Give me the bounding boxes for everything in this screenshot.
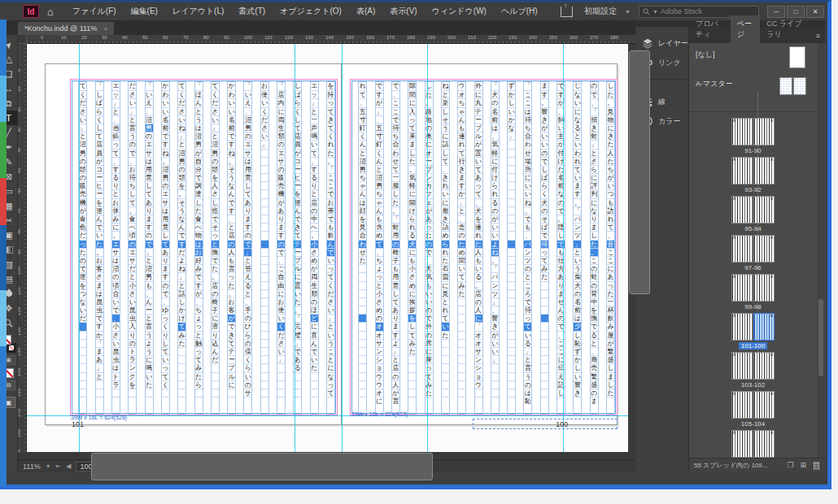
master-a-thumbnail-left[interactable]: [779, 77, 792, 95]
page-thumb-left[interactable]: A: [731, 196, 753, 224]
page100-line-8[interactable]: 「犬の名前は、気軽に付けられるのがいいよね。「パンツ」、響きがいい」: [491, 81, 500, 415]
page-thumb-left[interactable]: A: [731, 352, 753, 380]
tab-CC ライブラリ[interactable]: CC ライブラリ: [760, 15, 810, 43]
vertical-scrollbar[interactable]: [628, 44, 635, 452]
page-thumb-left[interactable]: A: [731, 391, 753, 419]
spread-thumbnails[interactable]: AA: [731, 430, 775, 458]
spread-thumbnails[interactable]: AA: [731, 235, 775, 263]
page-thumb-right[interactable]: A: [753, 274, 775, 302]
menu-2[interactable]: レイアウト(L): [165, 3, 231, 20]
page100-line-3[interactable]: じないになるといわれています。「パンツ」という柴犬の名前は少し恥ずかしい響き: [573, 81, 582, 415]
menu-4[interactable]: オブジェクト(O): [273, 3, 349, 20]
prev-page-button[interactable]: ◀: [66, 463, 71, 470]
page100-line-15[interactable]: ですが」、五寸釘くんと沼男ちゃんも含めて、ちょっと小さめのオオサンショウウオに: [375, 81, 384, 415]
pages-panel-scrollbar[interactable]: [818, 43, 824, 458]
page101-line-5[interactable]: お使いください」: [260, 81, 269, 415]
page-thumb-right[interactable]: A: [753, 157, 775, 185]
page101-line-10[interactable]: てくださいね」と沼男の頭を。そうなんですだよね」と話しかけてみた: [177, 81, 186, 415]
spread-thumbnails[interactable]: AA: [731, 157, 775, 185]
page-thumb-left[interactable]: A: [731, 118, 753, 146]
master-a-thumbnail-right[interactable]: [793, 77, 806, 95]
page100-line-6[interactable]: 「ここは待ち合わせ場所にいいね。でも、パンツのところで待っている」と言うのは恥: [523, 81, 532, 415]
menu-1[interactable]: 編集(E): [124, 3, 165, 20]
spread-label[interactable]: 101-100: [739, 342, 767, 350]
new-page-icon[interactable]: ⊞: [800, 461, 806, 470]
page100-line-13[interactable]: 隙間に入って来ました。気軽に開けられる犬にも小さめに挨拶をしてみた: [408, 81, 417, 415]
page100-line-16[interactable]: れて、五寸釘くんと沼男ちゃんは顔を見合わせた: [358, 81, 367, 415]
spread-thumbnails[interactable]: AA: [731, 313, 775, 341]
page101-line-7[interactable]: かわいい名前ですね。そうなんです、と店の人も言った。お客ができてテーブルに: [227, 81, 236, 415]
page100-line-1[interactable]: した。見物にきた人たちがいつも訪れて、昔ここにあった一杯飲み屋が繁盛しました: [606, 81, 615, 415]
page101-line-8[interactable]: てください」と沼男の頭を人さし指でそっと撫でた。店の椅子に潜り込んだ: [211, 81, 220, 415]
page-thumb-right[interactable]: A: [753, 391, 775, 419]
spread-93-92[interactable]: AA93-92: [689, 157, 817, 196]
menu-0[interactable]: ファイル(F): [65, 3, 124, 20]
ruler-guide-v-2[interactable]: [342, 44, 343, 452]
ruler-origin-box[interactable]: [18, 35, 27, 44]
page-100[interactable]: した。見物にきた人たちがいつも訪れて、昔ここにあった一杯飲み屋が繁盛しましたので…: [342, 63, 618, 425]
spread-95-94[interactable]: AA95-94: [689, 196, 817, 235]
page101-line-12[interactable]: 「いえ、沼男のエサは用意してありますので」と沼男も、んーと言うように鳴いた: [145, 81, 154, 415]
spread-107-106[interactable]: AA107-106: [689, 430, 817, 458]
page-101[interactable]: を持ってきてくれた。「ここでお茶でも飲んでいってください」ということになってエッ…: [45, 63, 342, 425]
zoom-caret-icon[interactable]: ▼: [46, 463, 51, 469]
spread-99-98[interactable]: AA99-98: [689, 274, 817, 313]
document-tab[interactable]: *Konchu.indd @ 111% ×: [18, 22, 114, 35]
zoom-level[interactable]: 111%: [23, 463, 41, 471]
delete-page-icon[interactable]: [813, 461, 820, 470]
page-thumb-left[interactable]: A: [731, 430, 753, 458]
spread-thumbnails[interactable]: AA: [731, 391, 775, 419]
page-thumb-left[interactable]: A: [731, 235, 753, 263]
page100-line-7[interactable]: ずかしいかな」: [507, 81, 516, 415]
master-none-thumbnail[interactable]: [789, 46, 805, 68]
menu-6[interactable]: 表示(V): [382, 3, 424, 20]
spread-91-90[interactable]: AA91-90: [689, 118, 817, 157]
spread-thumbnails[interactable]: AA: [731, 118, 775, 146]
text-frame-left[interactable]: を持ってきてくれた。「ここでお茶でも飲んでいってください」ということになってエッ…: [72, 80, 336, 414]
spread-97-96[interactable]: AA97-96: [689, 235, 817, 274]
page100-line-11[interactable]: ねと楽しそうに話して、きれいに敷き詰められた石畳に見とれていた: [441, 81, 450, 415]
panel-menu-icon[interactable]: ≡: [811, 28, 825, 43]
text-frame-right[interactable]: した。見物にきた人たちがいつも訪れて、昔ここにあった一杯飲み屋が繁盛しましたので…: [351, 80, 616, 414]
spread-thumbnails[interactable]: AA: [731, 274, 775, 302]
page-thumb-right[interactable]: A: [753, 352, 775, 380]
page-thumb-right[interactable]: A: [753, 430, 775, 458]
first-page-button[interactable]: ⇤: [56, 463, 62, 470]
spread-thumbnails[interactable]: AA: [731, 352, 775, 380]
page-thumb-left[interactable]: A: [731, 313, 753, 341]
page101-line-9[interactable]: 「ほんとうは沼男が自分で調達した食べ物はお好みですが、ちょっと触ってみたら: [194, 81, 203, 415]
page100-line-9[interactable]: 外に丸テーブルが置いてあって、犬を連れた人もいる。店の人に「オオサンショウ: [474, 81, 483, 415]
close-tab-icon[interactable]: ×: [103, 25, 107, 33]
page100-line-10[interactable]: ウオちゃんも連れて行きますか」と、念のため聞いてみた: [457, 81, 466, 415]
ruler-guide-v-3[interactable]: [427, 44, 428, 452]
page100-line-2[interactable]: ので、「招き蛙」とさらに評判になりました。この蛙の背中を撫でると、商売繁盛のま: [590, 81, 599, 415]
home-icon[interactable]: ⌂: [47, 6, 54, 18]
page100-line-14[interactable]: で、ここで待ち合わせて一服した。「蛙用の椅子も用意してありますよ」と店の人が言: [391, 81, 400, 415]
workspace-switcher[interactable]: 初期設定: [584, 6, 617, 17]
page-thumb-left[interactable]: A: [731, 157, 753, 185]
spread-label[interactable]: 105-104: [739, 420, 767, 428]
page-thumb-right[interactable]: A: [753, 118, 775, 146]
spread-label[interactable]: 93-92: [742, 186, 763, 193]
menu-8[interactable]: ヘルプ(H): [494, 3, 545, 20]
spread-105-104[interactable]: AA105-104: [689, 391, 817, 430]
horizontal-scrollbar[interactable]: [18, 452, 635, 459]
page100-line-5[interactable]: ます。響きがいいのでしばらく犬のそばで待ってみた: [540, 81, 549, 415]
page-thumb-right[interactable]: A: [753, 235, 775, 263]
page100-line-12[interactable]: した。路地の奥にオープンカフェがあったので、天気もいいので外の席に座ってみた: [425, 81, 434, 415]
page101-line-11[interactable]: かわいい名前ですね。沼男のエサは用意してありますので、ゆっくりしていってく: [161, 81, 170, 415]
page101-line-15[interactable]: 「しばらくして店員がコーヒーを運んでいた。お客さまは昆虫ですか「まあ」と: [95, 81, 104, 415]
selected-frame-outline[interactable]: [473, 419, 618, 429]
ruler-guide-v-4[interactable]: [563, 44, 564, 452]
edit-page-size-icon[interactable]: ❐: [787, 461, 793, 470]
spread-label[interactable]: 103-102: [739, 381, 767, 389]
page101-line-13[interactable]: ださい」と言うので、お待ちして。食べ頃のエサだと小さい昆虫入りのトランクを: [128, 81, 137, 415]
menu-3[interactable]: 書式(T): [231, 3, 273, 20]
layers-panel[interactable]: レイヤー: [635, 35, 688, 51]
spread-101-100[interactable]: AA101-100: [689, 313, 817, 352]
page-thumb-right[interactable]: A: [753, 313, 775, 341]
spread-label[interactable]: 95-94: [742, 225, 763, 232]
ruler-guide-v-1[interactable]: [295, 44, 295, 452]
horizontal-ruler[interactable]: 0102030405060708090100110120130140150160…: [27, 35, 635, 44]
tab-プロパティ[interactable]: プロパティ: [689, 15, 731, 43]
